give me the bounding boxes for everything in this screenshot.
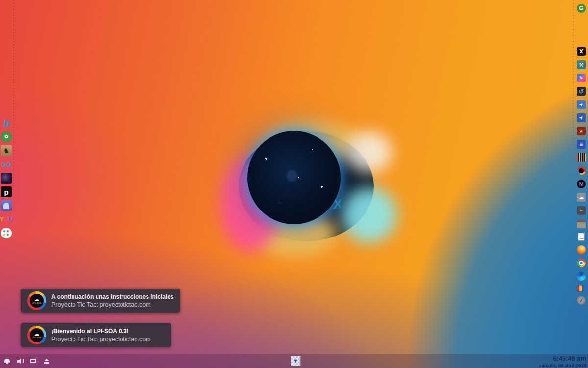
lpi-logo-text: LPI-SOA: [32, 336, 42, 339]
notification-text: ¡Bienvenido al LPI-SOA 0.3! Proyecto Tic…: [51, 328, 151, 342]
lpi-soa-logo-icon: ☁ LPI-SOA: [27, 326, 46, 344]
left-dock: b✿♞GOpYOU: [1, 118, 12, 238]
notification-instructions[interactable]: ☁ LPI-SOA A continuación unas instruccio…: [21, 289, 180, 313]
clock-date: sábado, 08 abril 2023: [539, 363, 586, 368]
lpi-logo-center: ☁ LPI-SOA: [30, 294, 44, 308]
you-label[interactable]: YOU: [1, 214, 12, 225]
notification-welcome[interactable]: ☁ LPI-SOA ¡Bienvenido al LPI-SOA 0.3! Pr…: [21, 323, 171, 347]
chrome-icon[interactable]: [577, 259, 586, 267]
equalizer-icon[interactable]: [577, 153, 586, 162]
green-g-icon[interactable]: G: [577, 4, 586, 13]
medal-icon[interactable]: ★: [577, 127, 586, 135]
display-icon[interactable]: [30, 358, 37, 365]
text-file-icon[interactable]: [578, 233, 585, 241]
go-label[interactable]: GO: [1, 159, 12, 170]
wallpaper-white-glow: [345, 131, 392, 173]
funnel-glyph: ▼: [293, 358, 298, 364]
cloud-icon[interactable]: ☁: [577, 193, 586, 202]
clock[interactable]: 6:45:49 am sábado, 08 abril 2023: [539, 355, 586, 368]
right-panel: X⚒✎↺➤➤★≡M☁➣∕: [577, 47, 586, 305]
firefox-icon[interactable]: [577, 245, 586, 254]
p-icon[interactable]: p: [1, 186, 12, 197]
assistant-icon[interactable]: [1, 228, 12, 238]
desktop: BOX b✿♞GOpYOU G X⚒✎↺➤➤★≡M☁➣∕ ☁ LPI-SOA A…: [0, 0, 588, 368]
notification-title: A continuación unas instrucciones inicia…: [51, 293, 174, 300]
bell-icon[interactable]: [4, 358, 11, 365]
green-seal-icon[interactable]: ✿: [1, 131, 12, 142]
lpi-logo-center: ☁ LPI-SOA: [30, 328, 44, 342]
camera-disc-icon[interactable]: ∕: [577, 296, 586, 305]
edge-icon[interactable]: [577, 272, 586, 281]
galaxy-icon[interactable]: [1, 173, 12, 184]
notification-body: Proyecto Tic Tac: proyectotictac.com: [51, 336, 151, 342]
deer-icon[interactable]: ♞: [1, 145, 12, 156]
notification-body: Proyecto Tic Tac: proyectotictac.com: [51, 301, 174, 308]
clock-time: 6:45:49 am: [539, 355, 586, 363]
bing-icon[interactable]: b: [1, 118, 12, 129]
taskbar: ▼ 6:45:49 am sábado, 08 abril 2023: [0, 354, 588, 368]
undo-arrow-icon[interactable]: ↺: [577, 87, 586, 96]
notification-title: ¡Bienvenido al LPI-SOA 0.3!: [51, 328, 151, 335]
system-tray: [4, 354, 50, 368]
lpi-logo-text: LPI-SOA: [32, 302, 42, 304]
tools-icon[interactable]: ⚒: [577, 60, 586, 69]
cloud-glyph-icon: ☁: [34, 297, 40, 302]
funnel-app-icon[interactable]: ▼: [291, 356, 301, 366]
wallet-icon[interactable]: [577, 219, 586, 228]
cloud-glyph-icon: ☁: [34, 331, 40, 336]
eject-icon[interactable]: [44, 358, 50, 365]
ghost-icon[interactable]: [1, 200, 12, 211]
notification-text: A continuación unas instrucciones inicia…: [51, 293, 174, 308]
wallpaper-noise-strip-right: [573, 0, 574, 147]
x-editor-icon[interactable]: X: [577, 47, 586, 56]
cursor-arrow-icon[interactable]: ➤: [577, 100, 586, 109]
cursor-arrow-icon-2[interactable]: ➤: [577, 113, 586, 122]
wallpaper-noise-strip-left: [13, 0, 14, 186]
volume-icon[interactable]: [17, 358, 24, 365]
lpi-ring-icon[interactable]: [577, 166, 586, 175]
list-document-icon[interactable]: ≡: [577, 140, 586, 149]
right-corner-icon-slot: G: [577, 4, 586, 13]
pointer-icon[interactable]: ➣: [577, 206, 586, 215]
wallpaper-blue-sphere: [247, 131, 341, 224]
m-music-icon[interactable]: M: [577, 180, 586, 188]
cup-pencil-icon[interactable]: ✎: [577, 74, 586, 82]
lpi-soa-logo-icon: ☁ LPI-SOA: [27, 291, 46, 310]
colorful-app-icon[interactable]: [577, 285, 584, 291]
wallpaper-cyan-glow: [341, 186, 397, 243]
